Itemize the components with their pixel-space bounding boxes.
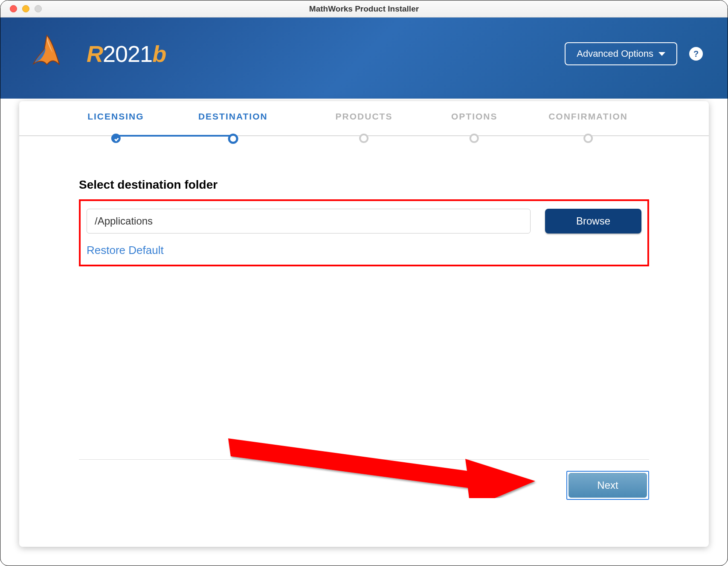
advanced-options-button[interactable]: Advanced Options [565, 42, 677, 65]
footer: Next [79, 459, 649, 500]
minimize-window-icon[interactable] [22, 5, 29, 12]
step-licensing: LICENSING [87, 111, 144, 139]
step-options-dot [470, 134, 479, 143]
help-icon[interactable]: ? [689, 47, 703, 61]
content-area: Select destination folder Browse Restore… [19, 152, 709, 266]
restore-default-link[interactable]: Restore Default [87, 244, 164, 257]
step-destination: DESTINATION [198, 111, 268, 140]
step-destination-dot [228, 134, 238, 144]
caret-down-icon [658, 52, 665, 56]
section-title: Select destination folder [79, 178, 649, 192]
step-products: PRODUCTS [336, 111, 393, 139]
step-confirmation-dot [583, 134, 593, 143]
step-options: OPTIONS [451, 111, 498, 139]
zoom-window-icon [35, 5, 42, 12]
header-band: R2021b Advanced Options ? [0, 18, 728, 99]
installer-window: MathWorks Product Installer R2021b Advan… [0, 0, 728, 566]
version-label: R2021b [87, 41, 166, 67]
titlebar: MathWorks Product Installer [0, 0, 728, 18]
browse-button[interactable]: Browse [545, 209, 641, 233]
branding: R2021b [26, 32, 166, 76]
destination-folder-input[interactable] [87, 209, 531, 233]
step-licensing-dot [111, 134, 120, 143]
window-title: MathWorks Product Installer [309, 4, 419, 14]
annotation-highlight-box: Browse Restore Default [79, 199, 649, 266]
close-window-icon[interactable] [10, 5, 17, 12]
step-confirmation: CONFIRMATION [548, 111, 628, 139]
step-products-dot [360, 134, 369, 143]
progress-stepper: LICENSING DESTINATION PRODUCTS OPTIONS C… [19, 101, 709, 152]
window-controls [10, 5, 42, 12]
advanced-options-label: Advanced Options [577, 48, 653, 59]
next-button[interactable]: Next [568, 473, 647, 498]
next-button-focus-ring: Next [566, 471, 649, 500]
matlab-logo-icon [26, 32, 68, 76]
main-card: LICENSING DESTINATION PRODUCTS OPTIONS C… [19, 101, 709, 547]
